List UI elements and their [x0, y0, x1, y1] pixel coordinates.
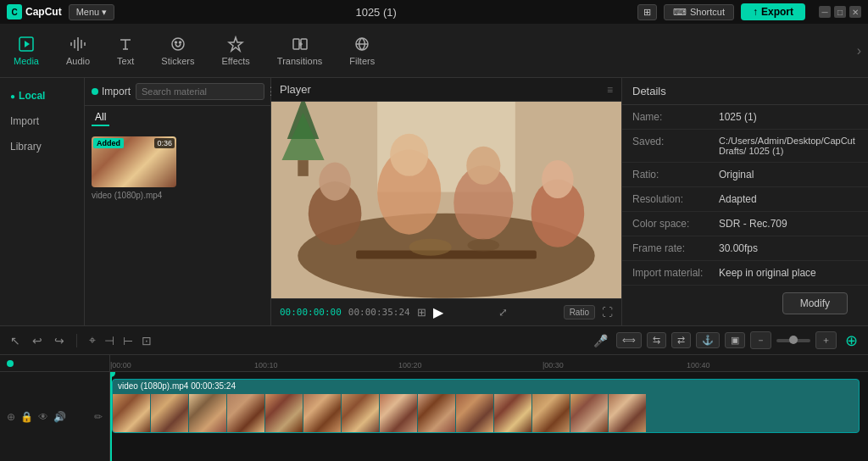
details-label-ratio: Ratio:: [632, 169, 709, 181]
ruler-mark-2: 100:20: [398, 361, 422, 369]
import-dot-icon: [92, 88, 98, 95]
zoom-handle[interactable]: [789, 336, 798, 344]
nav-import[interactable]: Import: [3, 110, 81, 132]
media-content: Added 0:36 video (1080p).mp4: [85, 130, 270, 325]
playhead-dot: [7, 360, 14, 367]
link-button[interactable]: ⇆: [647, 332, 666, 348]
export-icon: ↑: [753, 6, 758, 18]
grid-view-button[interactable]: ⊞: [417, 306, 426, 319]
edit-icon[interactable]: ✏: [94, 411, 103, 423]
add-media-icon[interactable]: ⊕: [7, 411, 15, 423]
toolbar-transitions[interactable]: Transitions: [270, 32, 329, 69]
details-row-ratio: Ratio: Original: [622, 163, 868, 187]
shortcut-button[interactable]: ⌨ Shortcut: [664, 4, 734, 20]
split-tools: ⌖ ⊣ ⊢ ⊡: [86, 331, 155, 349]
timeline-toolbar: ↖ ↩ ↪ ⌖ ⊣ ⊢ ⊡ 🎤 ⟺ ⇆ ⇄ ⚓ ▣ － ＋ ⊕: [0, 326, 868, 355]
zoom-slider[interactable]: [776, 339, 810, 342]
media-panel-header: Import ☰: [85, 78, 270, 106]
lock-icon[interactable]: 🔒: [20, 411, 33, 423]
play-button[interactable]: ▶: [433, 304, 443, 320]
zoom-in-button[interactable]: ＋: [815, 331, 837, 349]
svg-point-2: [172, 38, 184, 50]
media-thumbnail[interactable]: Added 0:36: [92, 136, 176, 187]
logo-icon: C: [7, 4, 22, 19]
fullscreen-button[interactable]: ⛶: [602, 306, 613, 319]
mic-button[interactable]: 🎤: [590, 332, 611, 349]
video-track-frames: [113, 394, 859, 432]
delete-button[interactable]: ⊡: [138, 332, 155, 349]
add-track-button[interactable]: ⊕: [842, 330, 861, 352]
nav-library[interactable]: Library: [3, 136, 81, 158]
ruler-mark-1: 100:10: [254, 361, 278, 369]
details-label-framerate: Frame rate:: [632, 242, 709, 254]
media-panel: Import ☰ All Added 0:36 video (1080p).mp…: [85, 78, 271, 325]
split-button[interactable]: ⌖: [86, 331, 99, 349]
tab-all[interactable]: All: [92, 109, 109, 126]
toolbar-text[interactable]: Text: [110, 32, 141, 69]
preview-button[interactable]: ▣: [725, 332, 745, 348]
list-item[interactable]: Added 0:36 video (1080p).mp4: [92, 136, 264, 200]
import-button[interactable]: Import: [92, 86, 131, 97]
undo-button[interactable]: ↩: [29, 332, 46, 349]
zoom-out-button[interactable]: －: [750, 331, 771, 349]
player-controls: 00:00:00:00 00:00:35:24 ⊞ ▶ ⤢ Ratio ⛶: [271, 298, 621, 325]
timeline-body: ⊕ 🔒 👁 🔊 ✏ |00:00 100:10 100:20 |00:30 10…: [0, 355, 868, 461]
timeline-area: ↖ ↩ ↪ ⌖ ⊣ ⊢ ⊡ 🎤 ⟺ ⇆ ⇄ ⚓ ▣ － ＋ ⊕: [0, 325, 868, 461]
details-row-name: Name: 1025 (1): [622, 105, 868, 130]
frame-3: [227, 394, 265, 432]
speaker-icon[interactable]: 🔊: [53, 411, 66, 423]
playhead[interactable]: [110, 372, 112, 461]
redo-button[interactable]: ↪: [51, 332, 68, 349]
app-logo: C CapCut: [7, 4, 62, 19]
details-value-resolution: Adapted: [719, 193, 858, 205]
toolbar-stickers[interactable]: Stickers: [154, 32, 201, 69]
monitor-button[interactable]: ⊞: [637, 4, 657, 20]
details-row-framerate: Frame rate: 30.00fps: [622, 236, 868, 261]
ruler-mark-0: |00:00: [110, 361, 131, 369]
toolbar: Media Audio Text Stickers Effects Transi…: [0, 24, 868, 78]
trim-left-button[interactable]: ⊣: [101, 332, 118, 349]
video-track[interactable]: video (1080p).mp4 00:00:35:24: [112, 379, 860, 433]
timeline-ruler: |00:00 100:10 100:20 |00:30 100:40: [110, 355, 868, 372]
timeline-tracks: video (1080p).mp4 00:00:35:24: [110, 372, 868, 461]
maximize-button[interactable]: □: [834, 6, 846, 18]
details-value-import: Keep in original place: [719, 267, 858, 279]
left-panel: ● Local Import Library: [0, 78, 85, 325]
toolbar-audio[interactable]: Audio: [59, 32, 97, 69]
modify-button[interactable]: Modify: [782, 292, 848, 314]
fit-screen-button[interactable]: ⤢: [498, 306, 508, 319]
toolbar-media[interactable]: Media: [7, 32, 46, 69]
player-title: Player: [280, 83, 311, 96]
window-title: 1025 (1): [121, 6, 631, 19]
search-input[interactable]: [136, 83, 264, 100]
split2-button[interactable]: ⇄: [671, 332, 691, 348]
frame-9: [456, 394, 494, 432]
player-menu-icon[interactable]: ≡: [607, 84, 613, 96]
ratio-button[interactable]: Ratio: [564, 305, 595, 319]
magnet-button[interactable]: ⟺: [616, 332, 642, 348]
close-button[interactable]: ✕: [849, 6, 861, 18]
toolbar-more-icon[interactable]: ›: [857, 43, 861, 58]
eye-icon[interactable]: 👁: [38, 411, 48, 423]
toolbar-effects[interactable]: Effects: [214, 32, 256, 69]
details-row-colorspace: Color space: SDR - Rec.709: [622, 212, 868, 236]
details-row-saved: Saved: C:/Users/Admin/Desktop/CapCut Dra…: [622, 130, 868, 163]
media-filename: video (1080p).mp4: [92, 191, 176, 200]
toolbar-filters[interactable]: Filters: [342, 32, 381, 69]
frame-6: [342, 394, 380, 432]
frame-8: [418, 394, 456, 432]
export-button[interactable]: ↑ Export: [741, 3, 805, 20]
timeline-right-tools: 🎤 ⟺ ⇆ ⇄ ⚓ ▣ － ＋ ⊕: [590, 330, 861, 352]
frame-0: [113, 394, 151, 432]
menu-button[interactable]: Menu ▾: [69, 4, 115, 20]
anchor-button[interactable]: ⚓: [696, 332, 720, 348]
toolbar-separator-1: [76, 334, 77, 347]
svg-rect-24: [298, 160, 309, 176]
minimize-button[interactable]: ─: [819, 6, 831, 18]
player-panel: Player ≡: [271, 78, 622, 325]
trim-right-button[interactable]: ⊢: [120, 332, 136, 349]
nav-local[interactable]: ● Local: [3, 85, 81, 107]
frame-13: [609, 394, 647, 432]
select-tool-button[interactable]: ↖: [7, 332, 24, 349]
main-area: ● Local Import Library Import ☰ All Adde…: [0, 78, 868, 325]
